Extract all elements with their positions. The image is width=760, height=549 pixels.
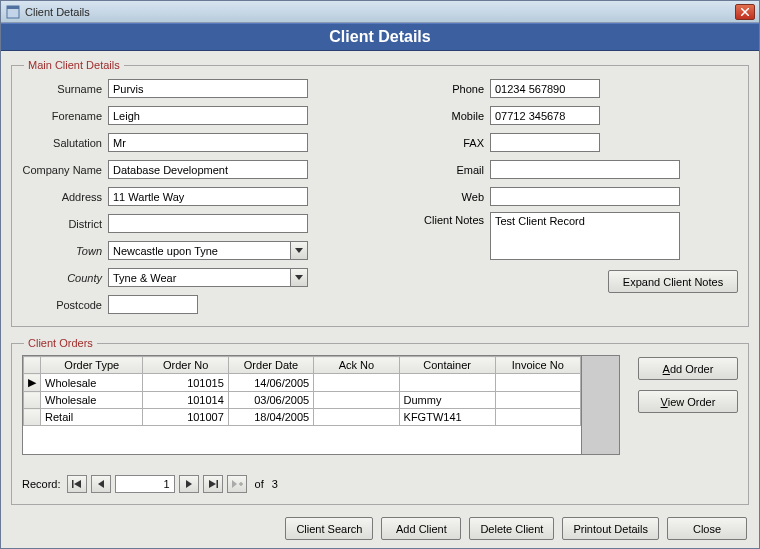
company-label: Company Name [22, 164, 108, 176]
banner-title: Client Details [1, 23, 759, 51]
notes-label: Client Notes [412, 212, 490, 226]
phone-field[interactable] [490, 79, 600, 98]
address-field[interactable] [108, 187, 308, 206]
client-notes-field[interactable] [490, 212, 680, 260]
expand-notes-button[interactable]: Expand Client Notes [608, 270, 738, 293]
chevron-down-icon[interactable] [290, 241, 308, 260]
record-label: Record: [22, 478, 61, 490]
surname-field[interactable] [108, 79, 308, 98]
record-position-field[interactable] [115, 475, 175, 493]
town-field[interactable] [108, 241, 290, 260]
col-order-type[interactable]: Order Type [41, 357, 143, 374]
table-row[interactable]: Wholesale 101014 03/06/2005 Dummy [24, 392, 581, 409]
chevron-down-icon[interactable] [290, 268, 308, 287]
county-field[interactable] [108, 268, 290, 287]
salutation-label: Salutation [22, 137, 108, 149]
main-client-details-group: Main Client Details Surname Forename Sal… [11, 59, 749, 327]
svg-rect-6 [72, 480, 74, 488]
client-orders-group: Client Orders Order Type [11, 337, 749, 505]
svg-marker-8 [98, 480, 104, 488]
add-client-button[interactable]: Add Client [381, 517, 461, 540]
col-invoice-no[interactable]: Invoice No [495, 357, 580, 374]
forename-label: Forename [22, 110, 108, 122]
county-combo[interactable] [108, 268, 308, 287]
svg-marker-4 [295, 248, 303, 253]
form-icon [5, 4, 21, 20]
of-label: of [255, 478, 264, 490]
svg-marker-10 [209, 480, 216, 488]
bottom-button-bar: Client Search Add Client Delete Client P… [11, 513, 749, 540]
close-icon[interactable] [735, 4, 755, 20]
town-label: Town [22, 245, 108, 257]
district-field[interactable] [108, 214, 308, 233]
svg-rect-1 [7, 6, 19, 9]
grid-deadspace [581, 356, 619, 454]
web-label: Web [412, 191, 490, 203]
email-field[interactable] [490, 160, 680, 179]
view-order-button[interactable]: View Order [638, 390, 738, 413]
main-group-legend: Main Client Details [24, 59, 124, 71]
svg-marker-7 [74, 480, 81, 488]
address-label: Address [22, 191, 108, 203]
grid-header-row: Order Type Order No Order Date Ack No Co… [24, 357, 581, 374]
svg-rect-11 [216, 480, 218, 488]
email-label: Email [412, 164, 490, 176]
col-order-no[interactable]: Order No [143, 357, 228, 374]
nav-prev-button[interactable] [91, 475, 111, 493]
salutation-field[interactable] [108, 133, 308, 152]
fax-label: FAX [412, 137, 490, 149]
table-row[interactable]: ▶ Wholesale 101015 14/06/2005 [24, 374, 581, 392]
postcode-label: Postcode [22, 299, 108, 311]
window-title: Client Details [25, 6, 735, 18]
client-search-button[interactable]: Client Search [285, 517, 373, 540]
table-row[interactable]: Retail 101007 18/04/2005 KFGTW141 [24, 409, 581, 426]
phone-label: Phone [412, 83, 490, 95]
company-field[interactable] [108, 160, 308, 179]
svg-marker-5 [295, 275, 303, 280]
mobile-field[interactable] [490, 106, 600, 125]
titlebar: Client Details [1, 1, 759, 23]
fax-field[interactable] [490, 133, 600, 152]
record-navigator: Record: of 3 [22, 475, 620, 493]
col-container[interactable]: Container [399, 357, 495, 374]
delete-client-button[interactable]: Delete Client [469, 517, 554, 540]
nav-new-button[interactable] [227, 475, 247, 493]
forename-field[interactable] [108, 106, 308, 125]
county-label: County [22, 272, 108, 284]
current-row-indicator-icon: ▶ [24, 374, 41, 392]
web-field[interactable] [490, 187, 680, 206]
nav-first-button[interactable] [67, 475, 87, 493]
surname-label: Surname [22, 83, 108, 95]
printout-details-button[interactable]: Printout Details [562, 517, 659, 540]
nav-last-button[interactable] [203, 475, 223, 493]
record-total: 3 [272, 478, 278, 490]
orders-group-legend: Client Orders [24, 337, 97, 349]
postcode-field[interactable] [108, 295, 198, 314]
orders-grid[interactable]: Order Type Order No Order Date Ack No Co… [22, 355, 620, 455]
close-button[interactable]: Close [667, 517, 747, 540]
nav-next-button[interactable] [179, 475, 199, 493]
row-selector-header [24, 357, 41, 374]
mobile-label: Mobile [412, 110, 490, 122]
col-order-date[interactable]: Order Date [228, 357, 313, 374]
svg-marker-9 [186, 480, 192, 488]
district-label: District [22, 218, 108, 230]
col-ack-no[interactable]: Ack No [314, 357, 399, 374]
client-details-window: Client Details Client Details Main Clien… [0, 0, 760, 549]
add-order-button[interactable]: Add Order [638, 357, 738, 380]
town-combo[interactable] [108, 241, 308, 260]
svg-marker-12 [232, 480, 237, 488]
